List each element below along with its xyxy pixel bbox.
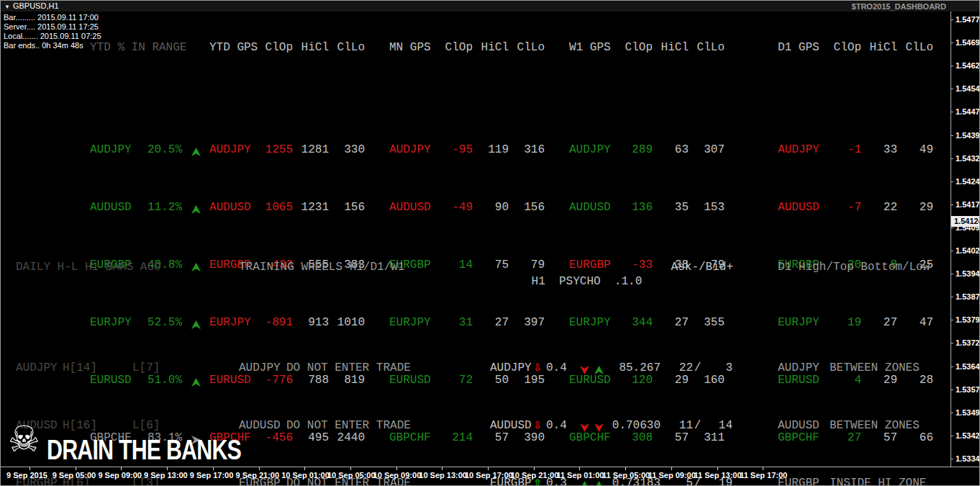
col-cllo: ClLo — [689, 40, 725, 56]
d1-zones-header: D1 High/Top Bottom/Low — [771, 260, 930, 274]
time-axis-tick — [534, 467, 535, 470]
hicl-value: 1281 — [293, 143, 329, 157]
trend-arrow-icon — [191, 148, 201, 156]
bid-count: 14 — [702, 418, 732, 436]
price-axis-label: 1.53345 — [956, 454, 980, 463]
price-axis-tick — [950, 42, 953, 43]
pair-label: AUDJPY — [16, 361, 59, 375]
cllo-value: 153 — [689, 200, 725, 215]
trend-arrow-icon — [580, 423, 589, 432]
ask-count: 11 — [661, 418, 693, 436]
pair-label: AUDUSD — [239, 418, 282, 433]
d1-gps-header: D1 GPS ClOp HiCl ClLo — [771, 40, 933, 56]
col-cllo: ClLo — [509, 40, 545, 56]
skull-crossbones-icon: ☠ — [8, 421, 40, 457]
focus-star — [771, 418, 778, 433]
price-axis-tick — [950, 459, 953, 459]
time-axis-label: 10 Sep 21:00 — [511, 471, 559, 480]
change-value: 0.4 — [546, 361, 566, 378]
ytd-range-row: AUDUSD 11.2% — [83, 200, 211, 215]
price-axis-label: 1.54470 — [956, 107, 980, 116]
hicl-value: 33 — [861, 143, 897, 157]
focus-star — [232, 418, 239, 433]
cllo-value: 316 — [509, 143, 545, 157]
pair-label: AUDUSD — [778, 418, 821, 433]
cllo-value: 29 — [897, 200, 933, 215]
table-title: W1 GPS — [569, 40, 612, 56]
time-axis-label: 9 Sep 13:00 — [144, 471, 188, 480]
price-axis-tick — [950, 135, 953, 136]
psycho-table: H1 PSYCHO .1.0 Ask-/Bid+ AUDJPY 0.4 85.2… — [490, 231, 733, 486]
price-axis[interactable]: 1.547701.546951.546201.545451.544701.543… — [950, 1, 980, 467]
hicl-value: 1231 — [293, 200, 329, 215]
time-axis-tick — [763, 467, 763, 470]
price-axis-tick — [950, 366, 953, 367]
price-axis-tick — [950, 251, 953, 251]
collapse-chart-icon[interactable]: ▼ — [4, 4, 10, 10]
col-cllo: ClLo — [329, 40, 365, 56]
trend-arrow-cell — [182, 258, 201, 275]
focus-star — [232, 361, 239, 375]
trend-arrow-icon — [594, 423, 604, 432]
price-axis-label: 1.54695 — [956, 38, 980, 47]
time-axis[interactable]: 9 Sep 20159 Sep 05:009 Sep 09:009 Sep 13… — [1, 467, 980, 486]
time-axis-tick — [350, 467, 351, 470]
drain-the-banks-slogan: DRAIN THE BANKS — [47, 436, 241, 464]
price-axis-label: 1.53420 — [956, 431, 980, 440]
low-bars-ago: L[6] — [132, 418, 167, 433]
current-price-marker: 1.54124 — [951, 216, 980, 227]
training-row: AUDJPY DO NOT ENTER TRADE — [232, 361, 419, 375]
time-axis-tick — [671, 467, 672, 470]
price-axis-label: 1.53570 — [956, 385, 980, 394]
time-axis-tick — [167, 467, 168, 470]
focus-star — [9, 361, 16, 375]
psycho-row: AUDJPY 0.4 85.267 22 / 3 — [490, 361, 733, 375]
time-axis-tick — [259, 467, 260, 470]
pair-label: AUDUSD — [569, 200, 612, 215]
trend-icon-2 — [594, 361, 606, 378]
price-axis-label: 1.54320 — [956, 154, 980, 163]
gps-row: AUDJPY 1255 1281 330 — [203, 143, 365, 157]
focus-star — [771, 143, 778, 157]
price-axis-tick — [950, 436, 953, 436]
time-axis-label: 9 Sep 17:00 — [190, 471, 234, 480]
time-axis-label: 9 Sep 05:00 — [53, 471, 96, 480]
time-axis-tick — [579, 467, 580, 470]
mt4-chart-window: ▼GBPUSD,H1 $TRO2015_DASHBOARD Bar.......… — [0, 0, 980, 486]
trend-icon-1 — [580, 418, 591, 436]
time-axis-tick — [442, 467, 443, 470]
zone-row: AUDUSD BETWEEN ZONES — [771, 418, 930, 433]
col-clop: ClOp — [253, 40, 293, 56]
price-axis-tick — [950, 204, 953, 205]
focus-star — [563, 143, 569, 157]
col-hicl: HiCl — [293, 40, 329, 56]
focus-star — [203, 373, 209, 387]
trend-arrow-icon — [580, 366, 589, 374]
pair-label: AUDJPY — [209, 143, 253, 157]
price-axis-tick — [950, 89, 953, 89]
price-value: 0.70630 — [606, 418, 661, 436]
time-axis-tick — [30, 467, 30, 470]
focus-star — [203, 143, 209, 157]
gps-row: AUDUSD -49 90 156 — [383, 200, 545, 215]
hicl-value: 119 — [473, 143, 509, 157]
trend-icon-2 — [594, 418, 606, 436]
col-hicl: HiCl — [653, 40, 689, 56]
chart-symbol-period: GBPUSD,H1 — [13, 1, 59, 10]
pair-label: AUDUSD — [490, 418, 533, 436]
chart-title-bar: ▼GBPUSD,H1 $TRO2015_DASHBOARD — [1, 1, 979, 12]
table-title: MN GPS — [389, 40, 432, 56]
time-axis-label: 9 Sep 21:00 — [236, 471, 280, 480]
clop-value: 31 — [432, 315, 473, 330]
col-hicl: HiCl — [861, 40, 897, 56]
ask-bid-separator: / — [693, 418, 702, 436]
time-axis-label: 9 Sep 2015 — [6, 471, 47, 480]
ytd-gps-header: YTD GPS ClOp HiCl ClLo — [203, 40, 365, 56]
pair-label: AUDJPY — [569, 143, 612, 157]
time-axis-label: 11 Sep 13:00 — [694, 471, 742, 480]
clop-value: 214 — [432, 431, 473, 445]
col-clop: ClOp — [612, 40, 653, 56]
ytd-range-header: YTD % IN RANGE — [83, 40, 211, 56]
price-axis-tick — [950, 112, 953, 112]
focus-star — [771, 361, 778, 375]
